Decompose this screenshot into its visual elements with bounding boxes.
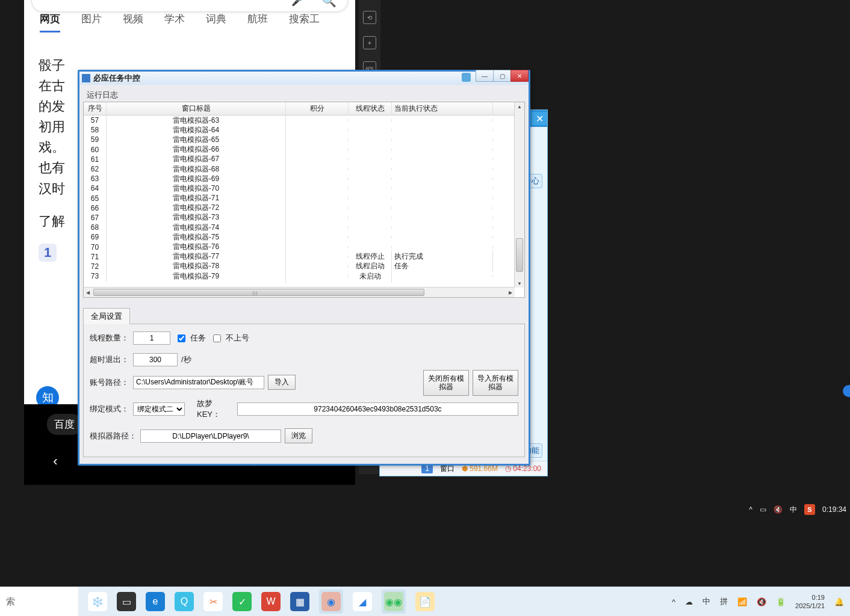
right-edge-tab[interactable] bbox=[843, 385, 850, 397]
app-qqbrowser-icon[interactable]: Q bbox=[175, 592, 194, 611]
notification-icon[interactable]: 🔔 bbox=[834, 597, 844, 606]
emu-path-label: 模拟器路径： bbox=[90, 431, 137, 442]
bind-mode-label: 绑定模式： bbox=[90, 404, 129, 414]
blue-close-button[interactable]: ✕ bbox=[532, 112, 547, 125]
task-control-dialog: 必应任务中控 — ▢ ✕ 运行日志 序号 窗口标题 积分 线程状态 当前执行状态… bbox=[78, 70, 530, 466]
tray-battery-icon[interactable]: 🔋 bbox=[776, 597, 786, 606]
app-explorer-icon[interactable]: ▭ bbox=[117, 592, 136, 611]
col-score[interactable]: 积分 bbox=[286, 102, 349, 115]
tray-volume-icon[interactable]: 🔇 bbox=[757, 597, 766, 606]
baidu-pill[interactable]: 百度 bbox=[47, 414, 82, 435]
app-active-swirl-icon[interactable]: ◉ bbox=[321, 592, 341, 611]
account-path-label: 账号路径： bbox=[90, 377, 129, 388]
taskbar-search[interactable]: 索 bbox=[0, 587, 78, 616]
emu-path-input[interactable] bbox=[140, 430, 281, 443]
system-tray: ^ ☁ 中 拼 📶 🔇 🔋 0:19 2025/1/21 🔔 bbox=[672, 593, 850, 611]
vertical-scrollbar[interactable]: ▲ ▼ bbox=[514, 102, 524, 288]
scroll-down-arrow[interactable]: ▼ bbox=[515, 279, 524, 288]
task-checkbox-label: 任务 bbox=[190, 333, 206, 343]
app-icon bbox=[82, 74, 90, 82]
tab-image[interactable]: 图片 bbox=[81, 12, 102, 32]
noshanghao-checkbox[interactable] bbox=[213, 334, 221, 342]
browse-button[interactable]: 浏览 bbox=[285, 428, 312, 443]
rotate-icon[interactable]: ⟲ bbox=[363, 11, 376, 24]
memory-usage: ⬢ 591.66M bbox=[462, 464, 498, 473]
tab-dict[interactable]: 词典 bbox=[206, 12, 226, 32]
fangmeng-key-input[interactable] bbox=[237, 402, 518, 416]
h-scroll-thumb[interactable] bbox=[93, 289, 424, 296]
app-blue-icon[interactable]: ▦ bbox=[290, 592, 309, 611]
v-scroll-thumb[interactable] bbox=[516, 238, 523, 272]
timeout-unit: /秒 bbox=[181, 354, 191, 365]
noshanghao-label: 不上号 bbox=[226, 333, 249, 343]
close-button[interactable]: ✕ bbox=[510, 70, 529, 82]
app-edge-icon[interactable]: e bbox=[146, 592, 165, 611]
horizontal-scrollbar[interactable]: ◀ ||| ▶ bbox=[84, 287, 515, 297]
task-grid: 序号 窗口标题 积分 线程状态 当前执行状态 57雷电模拟器-6358雷电模拟器… bbox=[83, 102, 525, 298]
col-exec[interactable]: 当前执行状态 bbox=[392, 102, 493, 115]
tray-ime-icon[interactable]: 中 bbox=[790, 505, 797, 515]
windows-taskbar: 索 ❄️ ▭ e Q ✂ ✓ W ▦ ◉ ◢ ◉◉ 📄 ^ ☁ 中 拼 📶 🔇 … bbox=[0, 587, 850, 616]
grid-body[interactable]: 57雷电模拟器-6358雷电模拟器-6459雷电模拟器-6560雷电模拟器-66… bbox=[84, 116, 524, 281]
settings-tab[interactable]: 全局设置 bbox=[83, 308, 130, 324]
col-thread[interactable]: 线程状态 bbox=[349, 102, 392, 115]
upper-clock: 0:19:34 bbox=[822, 505, 846, 514]
tab-tools[interactable]: 搜索工 bbox=[289, 12, 320, 32]
desktop-upper-tray: ^ ▭ 🔇 中 S 0:19:34 bbox=[749, 504, 846, 515]
tab-flights[interactable]: 航班 bbox=[247, 12, 268, 32]
taskbar-apps: ❄️ ▭ e Q ✂ ✓ W ▦ ◉ ◢ ◉◉ 📄 bbox=[78, 590, 435, 614]
app-todesk-icon[interactable]: ◢ bbox=[353, 592, 372, 611]
tray-ime-lang[interactable]: 中 bbox=[703, 596, 710, 607]
thread-count-input[interactable] bbox=[133, 331, 170, 345]
app-green-icon[interactable]: ✓ bbox=[232, 592, 252, 611]
app-wps-icon[interactable]: W bbox=[261, 592, 281, 611]
account-path-input[interactable] bbox=[133, 376, 264, 389]
mic-icon[interactable]: 🎤 bbox=[291, 0, 303, 7]
scroll-right-arrow[interactable]: ▶ bbox=[506, 288, 515, 297]
tab-academic[interactable]: 学术 bbox=[164, 12, 185, 32]
app-notepad-icon[interactable]: 📄 bbox=[415, 592, 435, 611]
app-snowman-icon[interactable]: ❄️ bbox=[88, 592, 107, 611]
scroll-grip: ||| bbox=[252, 290, 258, 295]
elapsed-time: ◷ 04:23:00 bbox=[505, 464, 541, 473]
tray-onedrive-icon[interactable]: ☁ bbox=[685, 597, 693, 606]
maximize-button[interactable]: ▢ bbox=[493, 70, 511, 82]
scroll-left-arrow[interactable]: ◀ bbox=[84, 288, 92, 297]
log-tab-label[interactable]: 运行日志 bbox=[87, 90, 525, 100]
fangmeng-key-label: 故梦KEY： bbox=[197, 398, 234, 420]
dialog-titlebar[interactable]: 必应任务中控 — ▢ ✕ bbox=[79, 72, 529, 85]
col-seq[interactable]: 序号 bbox=[84, 102, 107, 115]
tray-wifi-icon[interactable]: 📶 bbox=[737, 597, 747, 606]
import-all-emulators-button[interactable]: 导入所有模拟器 bbox=[473, 370, 518, 396]
dialog-title: 必应任务中控 bbox=[93, 73, 140, 84]
app-snip-icon[interactable]: ✂ bbox=[203, 592, 223, 611]
close-all-emulators-button[interactable]: 关闭所有模拟器 bbox=[423, 370, 469, 396]
timeout-input[interactable] bbox=[133, 353, 178, 366]
import-button[interactable]: 导入 bbox=[268, 375, 296, 390]
search-bar[interactable]: 🎤 🔍 bbox=[31, 0, 348, 12]
minimize-button[interactable]: — bbox=[476, 70, 494, 82]
tray-display-icon[interactable]: ▭ bbox=[760, 505, 766, 514]
helper-icon[interactable] bbox=[462, 73, 471, 82]
tray-chevron-icon[interactable]: ^ bbox=[749, 505, 752, 514]
sogou-icon[interactable]: S bbox=[804, 504, 815, 515]
page-1-button[interactable]: 1 bbox=[39, 244, 57, 262]
task-checkbox[interactable] bbox=[178, 334, 185, 342]
timeout-label: 超时退出： bbox=[90, 354, 129, 365]
taskbar-clock[interactable]: 0:19 2025/1/21 bbox=[795, 593, 825, 611]
tray-pinyin[interactable]: 拼 bbox=[720, 596, 728, 607]
settings-panel: 线程数量： 任务 不上号 超时退出： /秒 账号路径： 导入 关闭所有模拟器 导… bbox=[83, 324, 525, 457]
app-wechat-icon[interactable]: ◉◉ bbox=[384, 592, 403, 611]
scroll-up-arrow[interactable]: ▲ bbox=[515, 102, 524, 111]
col-title[interactable]: 窗口标题 bbox=[107, 102, 286, 115]
table-row[interactable]: 73雷电模拟器-79未启动 bbox=[84, 271, 524, 281]
tray-expand-icon[interactable]: ^ bbox=[672, 597, 675, 606]
tray-mute-icon[interactable]: 🔇 bbox=[774, 505, 783, 514]
add-icon[interactable]: + bbox=[363, 36, 376, 49]
tab-video[interactable]: 视频 bbox=[123, 12, 143, 32]
nav-back-icon[interactable]: ‹ bbox=[53, 454, 57, 469]
search-icon[interactable]: 🔍 bbox=[321, 0, 337, 8]
bind-mode-select[interactable]: 绑定模式二 bbox=[133, 402, 185, 416]
thread-count-label: 线程数量： bbox=[90, 333, 129, 343]
tab-web[interactable]: 网页 bbox=[40, 12, 60, 32]
